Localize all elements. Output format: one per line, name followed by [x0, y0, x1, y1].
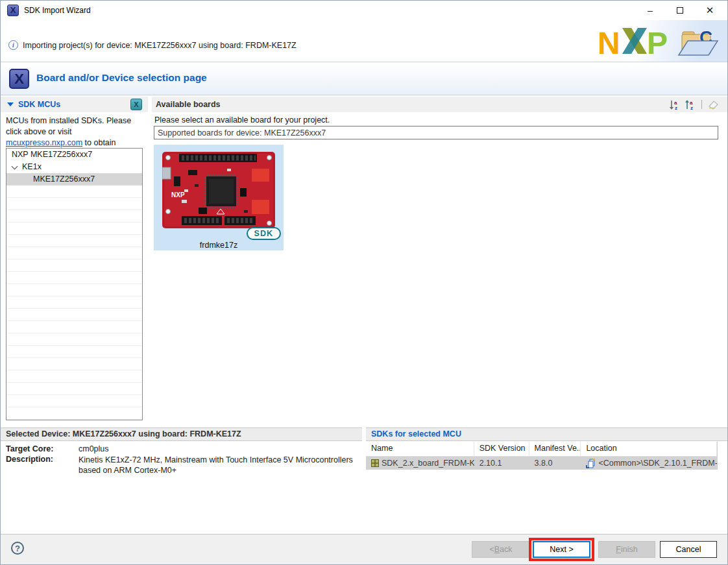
finish-label-post: inish: [621, 545, 638, 554]
sdk-manifest-version: 3.8.0: [529, 459, 581, 468]
tree-empty-row: [6, 284, 142, 296]
tree-empty-row: [6, 186, 142, 198]
tree-empty-row: [6, 370, 142, 383]
sdks-table: Name SDK Version Manifest Ve... Location…: [366, 442, 718, 470]
tree-item-mke17z-selected[interactable]: MKE17Z256xxx7: [6, 173, 142, 186]
board-tile-frdmke17z[interactable]: NXP SDK frdmke17z: [154, 145, 284, 250]
boards-hint: Please select an available board for you…: [154, 115, 330, 125]
tree-empty-row: [6, 235, 142, 247]
tree-empty-row: [6, 346, 142, 358]
tree-empty-row: [6, 259, 142, 272]
chevron-down-icon: [12, 163, 18, 170]
description-value: Kinetis KE1xZ-72 MHz, Mainstream with To…: [79, 455, 364, 475]
tree-empty-row: [6, 210, 142, 222]
window-title: SDK Import Wizard: [24, 6, 91, 15]
maximize-button[interactable]: [666, 1, 694, 20]
tree-empty-row: [6, 383, 142, 395]
tree-item-label: KE1x: [22, 162, 42, 171]
sdk-name: SDK_2.x_board_FRDM-KE17Z: [382, 459, 474, 468]
sdk-badge: SDK: [247, 227, 281, 240]
sdk-mcus-title: SDK MCUs: [18, 100, 60, 109]
help-button[interactable]: ?: [11, 542, 24, 555]
board-filter-input[interactable]: [154, 126, 718, 139]
next-button[interactable]: Next >: [533, 541, 590, 558]
desc-text-1: MCUs from installed SDKs. Please click a…: [6, 116, 131, 136]
tree-empty-row: [6, 247, 142, 259]
sdk-location: <Common>\SDK_2.10.1_FRDM-KE17Z: [598, 459, 717, 468]
description-label: Description:: [6, 455, 53, 464]
app-icon: X: [7, 5, 19, 16]
sort-ascending-button[interactable]: a z: [684, 98, 697, 111]
column-location[interactable]: Location: [581, 442, 717, 456]
banner-message: Importing project(s) for device: MKE17Z2…: [23, 41, 297, 50]
sdk-mcus-header[interactable]: SDK MCUs X: [1, 97, 148, 112]
tree-empty-row: [6, 309, 142, 321]
minimize-button[interactable]: –: [637, 1, 664, 20]
mcu-tree: NXP MKE17Z256xxx7 KE1x MKE17Z256xxx7: [6, 148, 143, 420]
back-button: < Back: [472, 541, 530, 558]
tree-empty-row: [6, 321, 142, 333]
sdk-mcus-close-button[interactable]: X: [130, 99, 142, 110]
sdks-header: SDKs for selected MCU: [366, 427, 728, 441]
tree-item-nxp-device[interactable]: NXP MKE17Z256xxx7: [6, 149, 142, 161]
tree-empty-row: [6, 407, 142, 420]
wizard-header: X Board and/or Device selection page: [1, 63, 727, 95]
sdk-row-selected[interactable]: SDK_2.x_board_FRDM-KE17Z 2.10.1 3.8.0 <C…: [366, 457, 717, 470]
close-button[interactable]: ✕: [696, 1, 723, 20]
minimize-icon: –: [648, 5, 653, 16]
back-label-post: ack: [500, 545, 512, 554]
sort-az-down-icon: a z: [669, 99, 681, 110]
location-copy-icon: [586, 459, 596, 468]
eraser-icon: [707, 99, 720, 110]
next-label-mn: N: [550, 545, 555, 554]
finish-button: Finish: [598, 541, 655, 558]
sdk-import-wizard-window: X SDK Import Wizard – ✕ i Importing proj…: [0, 0, 728, 565]
import-folder-icon: C: [677, 24, 723, 62]
sdk-version: 2.10.1: [474, 459, 529, 468]
tree-empty-row: [6, 296, 142, 309]
available-boards-title: Available boards: [156, 100, 221, 109]
banner: i Importing project(s) for device: MKE17…: [1, 20, 727, 62]
sort-descending-button[interactable]: a z: [668, 98, 681, 111]
maximize-icon: [677, 7, 683, 14]
available-boards-header: Available boards a z a z: [152, 97, 728, 112]
button-bar: ? < Back Next > Finish Cancel: [1, 535, 727, 565]
target-core-value: cm0plus: [79, 444, 109, 453]
back-label-pre: <: [489, 545, 494, 554]
column-sdk-version[interactable]: SDK Version: [474, 442, 529, 456]
tree-empty-row: [6, 333, 142, 346]
title-bar: X SDK Import Wizard – ✕: [1, 1, 727, 20]
collapse-triangle-icon: [7, 102, 14, 106]
clear-filter-button[interactable]: [707, 98, 720, 111]
next-annotation-box: Next >: [529, 538, 594, 561]
column-manifest-version[interactable]: Manifest Ve...: [529, 442, 581, 456]
tree-empty-row: [6, 222, 142, 235]
column-name[interactable]: Name: [366, 442, 474, 456]
wizard-page-icon: X: [9, 69, 29, 89]
nxp-logo: N P: [598, 25, 675, 61]
finish-label-mn: F: [616, 545, 621, 554]
nxp-letter-p: P: [647, 26, 668, 59]
tree-empty-row: [6, 198, 142, 210]
nxp-letter-n: N: [598, 26, 620, 59]
board-photo: NXP: [162, 152, 275, 230]
back-label-mn: B: [494, 545, 500, 554]
svg-text:z: z: [675, 105, 677, 110]
tree-empty-row: [6, 358, 142, 370]
sort-az-up-icon: a z: [685, 99, 696, 110]
toolbar-separator: [701, 100, 702, 109]
tree-empty-row: [6, 395, 142, 407]
sdk-package-icon: [371, 459, 379, 467]
tree-item-ke1x[interactable]: KE1x: [6, 161, 142, 173]
mcuxpresso-link[interactable]: mcuxpresso.nxp.com: [6, 138, 82, 147]
page-title: Board and/or Device selection page: [36, 72, 207, 84]
cancel-button[interactable]: Cancel: [660, 541, 717, 558]
board-name-label: frdmke17z: [154, 241, 284, 250]
target-core-label: Target Core:: [6, 444, 53, 453]
next-label-post: ext >: [555, 545, 573, 554]
selected-device-header: Selected Device: MKE17Z256xxx7 using boa…: [1, 427, 362, 441]
close-icon: ✕: [706, 5, 714, 16]
tree-empty-row: [6, 272, 142, 284]
sdks-table-header: Name SDK Version Manifest Ve... Location: [366, 442, 717, 457]
info-icon: i: [8, 40, 18, 50]
